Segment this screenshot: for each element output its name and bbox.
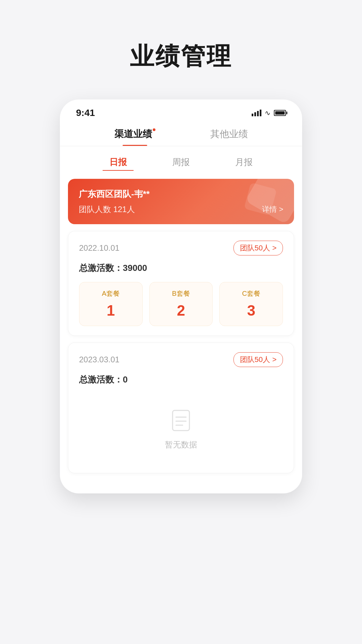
team-info-row: 团队人数 121人 详情 >	[79, 204, 283, 215]
package-card-b: B套餐 2	[149, 282, 213, 326]
status-icons: ∿	[252, 109, 286, 117]
data-card-0: 2022.10.01 团队50人 > 总激活数：39000 A套餐 1 B套餐 …	[68, 231, 294, 336]
nav-tab-dot	[153, 128, 155, 131]
nav-tab-channel[interactable]: 渠道业绩	[114, 128, 155, 146]
content-area: 广东西区团队-韦** 团队人数 121人 详情 > 2022.10.01 团队5…	[60, 179, 302, 473]
card-header-0: 2022.10.01 团队50人 >	[79, 241, 283, 255]
signal-icon	[252, 110, 261, 116]
total-activations-0: 总激活数：39000	[79, 262, 283, 274]
nav-tabs: 渠道业绩 其他业绩	[60, 122, 302, 146]
period-tab-monthly[interactable]: 月报	[228, 154, 259, 171]
package-label-b: B套餐	[155, 289, 207, 298]
data-card-1: 2023.03.01 团队50人 > 总激活数：0 暂无数据	[68, 343, 294, 473]
nav-tab-other[interactable]: 其他业绩	[210, 128, 248, 146]
empty-state: 暂无数据	[79, 394, 283, 464]
card-header-1: 2023.03.01 团队50人 >	[79, 352, 283, 367]
package-grid-0: A套餐 1 B套餐 2 C套餐 3	[79, 282, 283, 326]
status-bar: 9:41 ∿	[60, 99, 302, 122]
card-date-0: 2022.10.01	[79, 243, 119, 253]
package-value-b: 2	[155, 302, 207, 319]
wifi-icon: ∿	[265, 109, 270, 117]
package-value-c: 3	[225, 302, 277, 319]
status-time: 9:41	[76, 108, 95, 118]
package-label-c: C套餐	[225, 289, 277, 298]
card-date-1: 2023.03.01	[79, 355, 119, 364]
package-value-a: 1	[85, 302, 137, 319]
card-team-btn-1[interactable]: 团队50人 >	[233, 352, 283, 367]
empty-text: 暂无数据	[165, 439, 197, 450]
phone-frame: 9:41 ∿ 渠道业绩 其他业绩 日报 周报 月报	[60, 99, 302, 493]
package-label-a: A套餐	[85, 289, 137, 298]
period-tabs: 日报 周报 月报	[60, 146, 302, 179]
svg-rect-0	[173, 410, 189, 431]
total-activations-1: 总激活数：0	[79, 374, 283, 386]
team-name: 广东西区团队-韦**	[79, 188, 283, 200]
card-team-btn-0[interactable]: 团队50人 >	[233, 241, 283, 255]
battery-icon	[274, 110, 286, 116]
package-card-a: A套餐 1	[79, 282, 143, 326]
empty-document-icon	[168, 407, 194, 434]
page-title: 业绩管理	[130, 40, 232, 73]
team-count: 团队人数 121人	[79, 204, 135, 215]
team-detail-button[interactable]: 详情 >	[262, 204, 283, 214]
period-tab-daily[interactable]: 日报	[103, 154, 134, 171]
period-tab-weekly[interactable]: 周报	[166, 154, 196, 171]
team-banner: 广东西区团队-韦** 团队人数 121人 详情 >	[68, 179, 294, 224]
package-card-c: C套餐 3	[219, 282, 283, 326]
